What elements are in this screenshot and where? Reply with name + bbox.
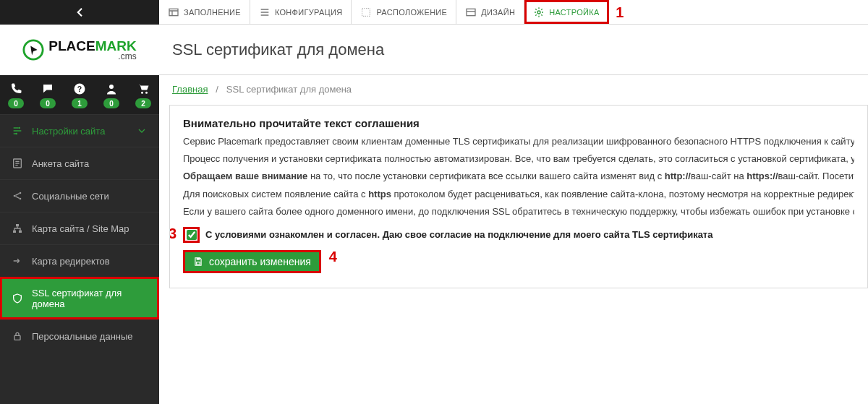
sidebar: PLACEMARK .cms 0 0 ? 1 0 xyxy=(0,0,159,404)
save-icon xyxy=(193,257,203,267)
sidebar-item-personal[interactable]: Персональные данные xyxy=(0,319,159,352)
sidebar-parent-label: Настройки сайта xyxy=(32,126,105,137)
svg-point-5 xyxy=(145,92,148,94)
annotation-4: 4 xyxy=(329,249,337,265)
user-icon xyxy=(105,82,118,95)
brand-name-left: PLACE xyxy=(48,38,95,53)
sidebar-item-profile[interactable]: Анкета сайта xyxy=(0,147,159,179)
agreement-p1: Сервис Placemark предоставляет своим кли… xyxy=(183,135,854,148)
annotation-1: 1 xyxy=(616,4,624,21)
quick-cart[interactable]: 2 xyxy=(135,82,151,108)
page-title: SSL сертификат для домена xyxy=(159,25,868,75)
svg-point-11 xyxy=(20,198,22,200)
svg-point-19 xyxy=(537,11,540,14)
sidebar-item-label: Персональные данные xyxy=(32,331,133,342)
svg-rect-13 xyxy=(13,231,16,233)
agreement-heading: Внимательно прочитайте текст соглашения xyxy=(183,117,854,129)
phone-icon xyxy=(9,82,22,95)
tab-fill[interactable]: ЗАПОЛНЕНИЕ xyxy=(159,0,250,24)
sidebar-item-label: Карта сайта / Site Map xyxy=(32,223,129,234)
tab-label: КОНФИГУРАЦИЯ xyxy=(275,8,343,17)
help-icon: ? xyxy=(73,82,86,95)
agree-label[interactable]: С условиями ознакомлен и согласен. Даю с… xyxy=(205,229,712,240)
tab-label: ЗАПОЛНЕНИЕ xyxy=(184,8,241,17)
chat-icon xyxy=(41,82,54,95)
shield-icon xyxy=(12,293,23,304)
layout-icon xyxy=(168,7,179,18)
tab-design[interactable]: ДИЗАЙН xyxy=(456,0,524,24)
agreement-p4: Для поисковых систем появление сайта с h… xyxy=(183,188,854,201)
chevron-down-icon xyxy=(136,125,148,137)
agree-checkbox[interactable] xyxy=(187,230,197,240)
brand-logo[interactable]: PLACEMARK .cms xyxy=(0,25,159,75)
tab-config[interactable]: КОНФИГУРАЦИЯ xyxy=(250,0,352,24)
annotation-3: 3 xyxy=(169,225,176,242)
save-button-label: сохранить изменения xyxy=(209,256,311,267)
sliders-icon xyxy=(12,125,23,137)
svg-rect-21 xyxy=(197,262,200,265)
cart-icon xyxy=(137,82,150,95)
quick-user[interactable]: 0 xyxy=(103,82,119,108)
form-icon xyxy=(12,158,23,169)
sidebar-item-redirects[interactable]: Карта редиректов xyxy=(0,244,159,277)
svg-point-3 xyxy=(109,85,114,89)
quick-chat[interactable]: 0 xyxy=(40,82,56,108)
save-button[interactable]: сохранить изменения xyxy=(183,250,321,273)
crumb-home[interactable]: Главная xyxy=(172,84,208,95)
sidebar-item-social[interactable]: Социальные сети xyxy=(0,179,159,212)
redirect-icon xyxy=(12,255,23,267)
tab-settings[interactable]: НАСТРОЙКА 1 xyxy=(524,0,608,24)
quick-phone[interactable]: 0 xyxy=(8,82,24,108)
svg-rect-20 xyxy=(197,258,200,260)
breadcrumb: Главная / SSL сертификат для домена xyxy=(159,75,868,95)
quick-help[interactable]: ? 1 xyxy=(72,82,88,108)
quick-cart-badge: 2 xyxy=(135,98,151,108)
crumb-current: SSL сертификат для домена xyxy=(226,84,352,95)
agreement-p3: Обращаем ваше внимание на то, что после … xyxy=(183,170,854,183)
sidebar-item-label: Анкета сайта xyxy=(32,158,89,169)
sidebar-parent-settings[interactable]: Настройки сайта xyxy=(0,114,159,147)
svg-rect-15 xyxy=(14,335,20,340)
cursor-icon xyxy=(22,39,44,61)
quick-user-badge: 0 xyxy=(103,98,119,108)
design-icon xyxy=(465,7,477,18)
crumb-sep: / xyxy=(216,84,218,95)
sidebar-item-sitemap[interactable]: Карта сайта / Site Map xyxy=(0,212,159,244)
svg-point-9 xyxy=(14,195,16,197)
agreement-p2: Процесс получения и установки сертификат… xyxy=(183,152,854,166)
sidebar-item-label: SSL сертификат для домена xyxy=(32,288,148,309)
sidebar-menu: Настройки сайта Анкета сайта Социальные … xyxy=(0,114,159,352)
svg-rect-17 xyxy=(362,8,370,16)
tab-label: ДИЗАЙН xyxy=(481,8,515,17)
quick-chat-badge: 0 xyxy=(40,98,56,108)
page-title-text: SSL сертификат для домена xyxy=(172,40,384,59)
svg-point-4 xyxy=(141,92,143,94)
sitemap-icon xyxy=(12,223,23,234)
tab-label: РАСПОЛОЖЕНИЕ xyxy=(376,8,447,17)
position-icon xyxy=(360,7,372,18)
gear-icon xyxy=(533,7,545,18)
svg-rect-14 xyxy=(19,231,22,233)
sidebar-item-ssl[interactable]: SSL сертификат для домена 2 xyxy=(0,277,159,319)
quick-icons: 0 0 ? 1 0 2 xyxy=(0,75,159,114)
sidebar-item-label: Карта редиректов xyxy=(32,256,110,267)
svg-rect-18 xyxy=(467,9,475,15)
svg-point-10 xyxy=(20,192,22,194)
list-icon xyxy=(259,7,271,18)
lock-icon xyxy=(12,330,23,342)
main-area: ЗАПОЛНЕНИЕ КОНФИГУРАЦИЯ РАСПОЛОЖЕНИЕ ДИЗ… xyxy=(159,0,868,404)
agreement-p5: Если у вашего сайта более одного доменно… xyxy=(183,205,854,218)
svg-rect-16 xyxy=(169,9,178,15)
top-tabs: ЗАПОЛНЕНИЕ КОНФИГУРАЦИЯ РАСПОЛОЖЕНИЕ ДИЗ… xyxy=(159,0,868,25)
svg-point-7 xyxy=(15,133,17,135)
svg-text:?: ? xyxy=(77,85,82,93)
tab-layout[interactable]: РАСПОЛОЖЕНИЕ xyxy=(352,0,456,24)
agreement-panel: Внимательно прочитайте текст соглашения … xyxy=(169,105,868,288)
svg-point-6 xyxy=(18,127,20,129)
svg-rect-12 xyxy=(16,224,19,226)
share-icon xyxy=(12,190,23,202)
tab-label: НАСТРОЙКА xyxy=(549,8,599,17)
quick-phone-badge: 0 xyxy=(8,98,24,108)
back-button[interactable] xyxy=(0,0,159,25)
sidebar-item-label: Социальные сети xyxy=(32,191,109,202)
